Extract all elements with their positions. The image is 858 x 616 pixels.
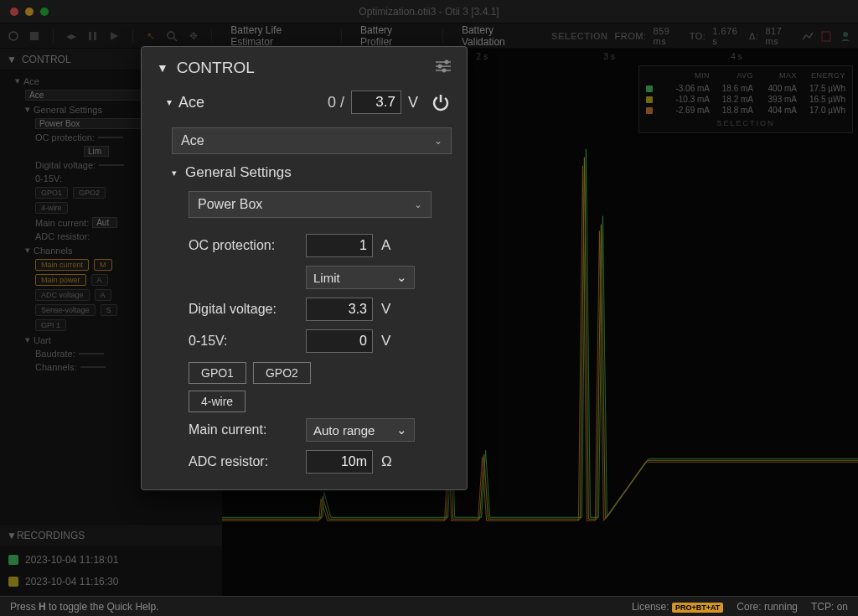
maximize-icon[interactable] xyxy=(40,8,49,16)
overlay-powerbox-select[interactable]: Power Box ⌄ xyxy=(189,191,432,218)
pointer-icon[interactable]: ↖ xyxy=(144,29,157,43)
chevron-down-icon: ▼ xyxy=(157,61,168,75)
control-overlay-dialog: ▼ CONTROL ▾ Ace 0 / V Ace ⌄ ▾ General Se… xyxy=(141,46,468,490)
recordings-panel-header[interactable]: ▼ RECORDINGS xyxy=(0,524,222,546)
recording-label: 2023-10-04 11:18:01 xyxy=(25,554,118,566)
stats-row: -3.06 mA18.6 mA400 mA17.5 µWh xyxy=(646,83,845,94)
svg-point-18 xyxy=(438,65,442,69)
overlay-general-settings: General Settings xyxy=(185,164,292,181)
battery-life-estimator-button[interactable]: Battery Life Estimator xyxy=(224,23,329,49)
titlebar: Optimization.otii3 - Otii 3 [3.4.1] xyxy=(0,0,858,23)
status-tcp: TCP: on xyxy=(811,601,848,613)
pause-icon[interactable] xyxy=(86,29,99,43)
gpo2-button[interactable]: GPO2 xyxy=(253,362,311,384)
svg-point-8 xyxy=(843,32,848,37)
close-icon[interactable] xyxy=(10,8,18,16)
svg-rect-3 xyxy=(94,32,96,40)
gpo1-button[interactable]: GPO1 xyxy=(189,362,246,384)
recording-color-swatch xyxy=(8,555,18,565)
adc-resistor-label: ADC resistor: xyxy=(189,454,297,469)
adc-resistor-input[interactable] xyxy=(306,450,373,474)
chevron-down-icon: ⌄ xyxy=(414,199,422,210)
overlay-header: ▼ CONTROL xyxy=(142,47,467,85)
digital-voltage-input[interactable] xyxy=(306,298,373,321)
chevron-down-icon[interactable]: ▾ xyxy=(172,168,177,179)
step-back-icon[interactable]: ◂▸ xyxy=(65,29,78,43)
chevron-down-icon: ⌄ xyxy=(396,422,407,437)
4wire-chip[interactable]: 4-wire xyxy=(35,202,68,214)
recording-label: 2023-10-04 11:16:30 xyxy=(25,576,118,588)
minimize-icon[interactable] xyxy=(25,8,34,16)
chevron-down-icon[interactable]: ▾ xyxy=(167,96,172,108)
gpo2-chip[interactable]: GPO2 xyxy=(73,187,106,199)
svg-point-5 xyxy=(168,32,174,39)
status-help-text: Press H to toggle the Quick Help. xyxy=(10,601,158,613)
overlay-current: 0 / xyxy=(328,94,344,111)
oc-protection-label: OC protection: xyxy=(189,238,297,253)
recording-color-swatch xyxy=(8,577,18,587)
chart-icon[interactable] xyxy=(802,29,814,43)
window-title: Optimization.otii3 - Otii 3 [3.4.1] xyxy=(359,6,499,18)
power-icon[interactable] xyxy=(430,91,452,113)
stats-overlay: MIN AVG MAX ENERGY -3.06 mA18.6 mA400 mA… xyxy=(638,65,853,133)
license-badge: PRO+BT+AT xyxy=(672,603,723,613)
clipboard-icon[interactable] xyxy=(820,29,832,43)
recording-item[interactable]: 2023-10-04 11:18:01 xyxy=(0,549,222,571)
selection-info: SELECTION FROM: 859 ms TO: 1.676 s Δ: 81… xyxy=(551,26,851,46)
svg-line-6 xyxy=(173,38,177,41)
move-icon[interactable]: ✥ xyxy=(187,29,199,43)
oc-mode-select[interactable]: Limit ⌄ xyxy=(306,266,415,289)
chevron-down-icon: ⌄ xyxy=(396,270,407,285)
main-toolbar: ◂▸ ↖ ✥ Battery Life Estimator Battery Pr… xyxy=(0,23,858,49)
chevron-down-icon: ⌄ xyxy=(434,135,442,147)
overlay-voltage-input[interactable] xyxy=(351,91,401,114)
gpo1-chip[interactable]: GPO1 xyxy=(35,187,68,199)
record-icon[interactable] xyxy=(7,29,19,43)
selection-label: SELECTION xyxy=(551,31,607,41)
play-icon[interactable] xyxy=(107,29,120,43)
zoom-icon[interactable] xyxy=(166,29,178,43)
chevron-down-icon: ▼ xyxy=(7,54,17,65)
window-controls xyxy=(10,8,49,16)
status-core: Core: running xyxy=(737,601,798,613)
4wire-button[interactable]: 4-wire xyxy=(189,391,246,412)
overlay-device-select[interactable]: Ace ⌄ xyxy=(172,127,452,154)
stop-icon[interactable] xyxy=(28,29,40,43)
main-current-select[interactable]: Auto range ⌄ xyxy=(306,418,415,442)
svg-point-20 xyxy=(442,69,447,73)
chevron-down-icon: ▼ xyxy=(7,530,17,541)
sliders-icon[interactable] xyxy=(435,59,452,77)
svg-rect-2 xyxy=(89,32,91,40)
digital-voltage-label: Digital voltage: xyxy=(189,302,297,317)
main-current-label: Main current: xyxy=(189,422,297,437)
stats-row: -10.3 mA18.2 mA393 mA16.5 µWh xyxy=(646,94,845,105)
stats-row: -2.69 mA18.8 mA404 mA17.0 µWh xyxy=(646,105,845,116)
oc-protection-input[interactable] xyxy=(306,234,373,257)
svg-marker-4 xyxy=(111,32,118,40)
svg-point-0 xyxy=(9,32,18,40)
status-bar: Press H to toggle the Quick Help. Licens… xyxy=(0,596,858,616)
recording-item[interactable]: 2023-10-04 11:16:30 xyxy=(0,571,222,593)
svg-rect-7 xyxy=(822,32,830,41)
battery-profiler-button[interactable]: Battery Profiler xyxy=(354,23,431,49)
svg-point-16 xyxy=(445,60,449,65)
user-icon[interactable] xyxy=(840,29,851,43)
battery-validation-button[interactable]: Battery Validation xyxy=(455,23,543,49)
range-0-15v-label: 0-15V: xyxy=(189,334,297,349)
overlay-device-label: Ace xyxy=(178,94,204,111)
range-0-15v-input[interactable] xyxy=(306,329,373,353)
svg-rect-1 xyxy=(30,32,39,40)
